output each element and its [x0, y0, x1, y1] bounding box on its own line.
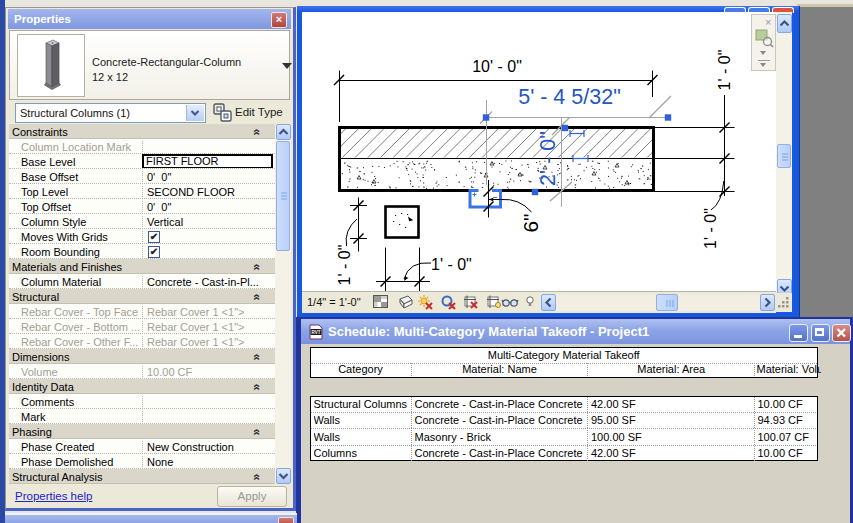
svg-text:1' - 0": 1' - 0"	[336, 245, 353, 286]
svg-text:6": 6"	[519, 213, 542, 232]
svg-text:1' - 0": 1' - 0"	[716, 50, 733, 91]
svg-text:2' - 0": 2' - 0"	[536, 131, 560, 186]
svg-text:5' - 4 5/32": 5' - 4 5/32"	[518, 85, 621, 109]
svg-text:10' - 0": 10' - 0"	[472, 58, 522, 75]
svg-text:RVT: RVT	[312, 330, 321, 335]
svg-text:1' - 0": 1' - 0"	[431, 256, 472, 273]
svg-text:1' - 0": 1' - 0"	[702, 208, 719, 249]
